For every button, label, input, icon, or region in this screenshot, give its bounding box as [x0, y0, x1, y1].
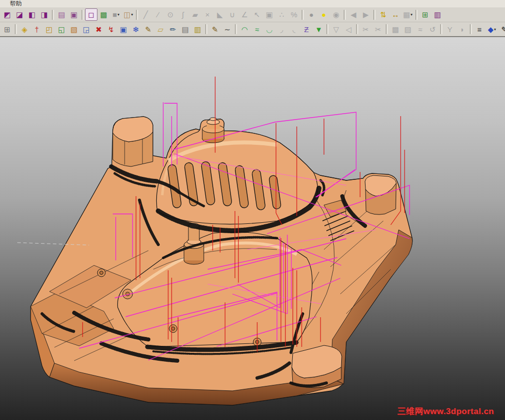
camera-snapshot-icon: ▣	[70, 11, 77, 18]
graphics-viewport[interactable]: 三维网www.3dportal.cn	[0, 37, 505, 420]
menu-help[interactable]: 帮助	[8, 0, 24, 7]
snap-arc-center-button[interactable]: ⊙	[164, 8, 177, 21]
swept-surface-button[interactable]: ◠	[238, 23, 251, 36]
swept-surface-icon: ◠	[241, 26, 248, 33]
assembly-navigator-button[interactable]: ▥	[431, 8, 444, 21]
toolbar-row-1: ◩◪◧◨▤▣◻▩■▾◫▾╱∕⊙∫▰×◣∪∠↖▣∴%●●◉◀▶⇅↔▦▾⊞▥	[0, 7, 505, 22]
snap-point-on-curve-button[interactable]: ∫	[177, 8, 189, 21]
render-display-mode-button[interactable]: ◫▾	[122, 8, 135, 21]
deform-grayed-1-button[interactable]: ▩	[389, 23, 402, 36]
view-orient-front-icon: ◧	[28, 11, 35, 18]
surface-grayed-1-button[interactable]: ◞	[275, 23, 288, 36]
snap-angle-point-icon: ∠	[241, 11, 248, 18]
toolbar-separator	[82, 10, 84, 20]
snap-corner-point-button[interactable]: ◣	[214, 8, 226, 21]
render-display-mode-icon: ◫	[124, 11, 131, 18]
mold-model-canvas[interactable]	[0, 37, 505, 420]
sketch-button[interactable]: ✎	[209, 23, 221, 36]
nav-forward-button[interactable]: ▶	[360, 8, 372, 21]
edit-display-grayed-dropdown-arrow[interactable]: ▾	[411, 12, 413, 17]
surface-patch-button[interactable]: ◈	[18, 23, 31, 36]
nav-back-button[interactable]: ◀	[347, 8, 360, 21]
spline-curve-button[interactable]: ∼	[221, 23, 233, 36]
extend-sheet-grayed-button[interactable]: ✂	[372, 23, 384, 36]
camera-snapshot-button[interactable]: ▣	[68, 8, 80, 21]
snap-xyz-point-button[interactable]: ∴	[275, 8, 288, 21]
runner-tool-button[interactable]: ↯	[105, 23, 117, 36]
surface-grayed-2-button[interactable]: ◟	[288, 23, 300, 36]
unsew-grayed-button[interactable]: ◁	[342, 23, 355, 36]
ruled-surface-button[interactable]: Ƶ	[300, 23, 313, 36]
deform-grayed-2-button[interactable]: ▨	[402, 23, 414, 36]
face-patch-button[interactable]: ◱	[55, 23, 68, 36]
corner-post-bottom-right[interactable]	[292, 345, 342, 388]
spot-curve-button[interactable]: ✏	[167, 23, 179, 36]
fill-color-button[interactable]: ◆▾	[486, 23, 498, 36]
render-shaded-with-edges-icon: ▩	[100, 11, 107, 18]
blend-patch-button[interactable]: ◲	[80, 23, 92, 36]
offset-grayed-button[interactable]: Y	[444, 23, 456, 36]
edge-patch-button[interactable]: ◰	[43, 23, 55, 36]
trim-mold-tool-button[interactable]: ✎	[142, 23, 154, 36]
edit-object-display-button[interactable]: ✎	[498, 23, 505, 36]
sew-grayed-button[interactable]: ▽	[330, 23, 342, 36]
render-wireframe-button[interactable]: ◻	[85, 8, 97, 21]
spline-curve-icon: ∼	[224, 26, 230, 33]
snap-bounded-plane-button[interactable]: ▣	[263, 8, 275, 21]
cad-window: 帮助 ◩◪◧◨▤▣◻▩■▾◫▾╱∕⊙∫▰×◣∪∠↖▣∴%●●◉◀▶⇅↔▦▾⊞▥ …	[0, 0, 505, 420]
snap-angle-point-button[interactable]: ∠	[238, 8, 251, 21]
view-orient-isometric-button[interactable]: ◩	[1, 8, 13, 21]
box-patch-button[interactable]: ▧	[68, 23, 80, 36]
deform-grayed-3-button[interactable]: ≈	[414, 23, 426, 36]
mold-report-button[interactable]: ▥	[191, 23, 204, 36]
snap-face-point-button[interactable]: ▰	[189, 8, 201, 21]
measure-distance-button[interactable]: ↔	[389, 8, 402, 21]
toolbar-separator	[415, 10, 417, 20]
part-family-button[interactable]: ▱	[154, 23, 167, 36]
snap-intersection-icon: ×	[205, 11, 210, 18]
layer-colors-icon: ≡	[477, 26, 482, 33]
render-display-mode-dropdown-arrow[interactable]: ▾	[131, 12, 133, 17]
snap-intersection-button[interactable]: ×	[201, 8, 214, 21]
toolbar-separator	[52, 10, 54, 20]
export-image-button[interactable]: ▤	[55, 8, 68, 21]
snap-parameter-percent-icon: %	[291, 11, 297, 18]
overlap-patch-button[interactable]: ▣	[117, 23, 130, 36]
view-orient-trimetric-button[interactable]: ◪	[13, 8, 26, 21]
deform-grayed-4-button[interactable]: ↺	[426, 23, 439, 36]
view-orient-front-button[interactable]: ◧	[26, 8, 38, 21]
cooling-channel-button[interactable]: ❄	[130, 23, 142, 36]
snap-end-point-button[interactable]: ╱	[139, 8, 152, 21]
render-shaded-button[interactable]: ■▾	[110, 8, 122, 21]
snap-cursor-location-button[interactable]: ↖	[251, 8, 263, 21]
grille-boss[interactable]	[156, 118, 318, 224]
toolbar-separator	[373, 10, 375, 20]
trim-sheet-grayed-button[interactable]: ✂	[360, 23, 372, 36]
render-shaded-with-edges-button[interactable]: ▩	[97, 8, 110, 21]
snap-tangent-point-button[interactable]: ∪	[226, 8, 238, 21]
thicken-grayed-button[interactable]: ◗	[456, 23, 468, 36]
corner-post-top-left[interactable]	[113, 117, 153, 167]
fill-color-dropdown-arrow[interactable]: ▾	[494, 27, 496, 32]
swap-visible-hidden-button[interactable]: ⇅	[377, 8, 389, 21]
snap-mid-point-button[interactable]: ∕	[152, 8, 164, 21]
bulb-off-button[interactable]: ●	[305, 8, 318, 21]
toolbar-options-button[interactable]: ⊞	[1, 23, 13, 36]
emboss-cone-button[interactable]: ▼	[313, 23, 325, 36]
render-shaded-dropdown-arrow[interactable]: ▾	[118, 12, 120, 17]
through-curves-button[interactable]: ≈	[251, 23, 263, 36]
snap-parameter-percent-button[interactable]: %	[288, 8, 300, 21]
bulb-cursor-button[interactable]: ◉	[330, 8, 342, 21]
deform-grayed-3-icon: ≈	[418, 26, 422, 33]
copy-sheet-button[interactable]: ▤	[179, 23, 191, 36]
bulb-on-button[interactable]: ●	[318, 8, 330, 21]
bridge-surface-button[interactable]: ◡	[263, 23, 275, 36]
edit-display-grayed-button[interactable]: ▦▾	[402, 8, 414, 21]
sew-grayed-icon: ▽	[333, 26, 339, 33]
plug-hole-patch-button[interactable]: †	[31, 23, 43, 36]
delete-patch-button[interactable]: ✖	[92, 23, 105, 36]
layer-colors-button[interactable]: ≡	[473, 23, 486, 36]
view-orient-right-button[interactable]: ◨	[38, 8, 50, 21]
new-part-button[interactable]: ⊞	[419, 8, 431, 21]
render-shaded-icon: ■	[112, 11, 117, 18]
